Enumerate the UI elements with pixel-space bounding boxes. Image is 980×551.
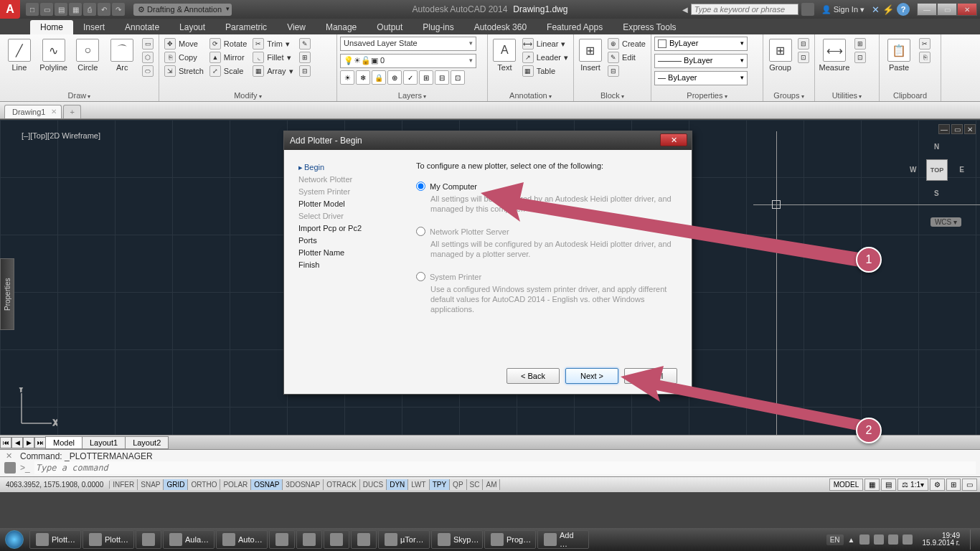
modify-extra2[interactable]: ⊞ bbox=[297, 51, 313, 64]
layer-tool5[interactable]: ✓ bbox=[403, 70, 418, 85]
radio-system-printer[interactable]: System Printer bbox=[416, 272, 677, 281]
fillet-button[interactable]: ◟Fillet▾ bbox=[250, 51, 295, 64]
tray-up-icon[interactable]: ▲ bbox=[848, 536, 855, 544]
polyline-button[interactable]: ∿Polyline bbox=[37, 36, 70, 72]
infocenter-icon[interactable] bbox=[801, 3, 814, 16]
layout-nav-prev[interactable]: ◀ bbox=[11, 437, 23, 448]
qat-redo-icon[interactable]: ↷ bbox=[112, 3, 125, 16]
annotation-scale[interactable]: ⚖ 1:1▾ bbox=[897, 479, 928, 491]
taskbar-item-10[interactable]: Skyp… bbox=[431, 530, 483, 549]
exchange-icon[interactable]: ✕ bbox=[872, 4, 880, 15]
layers-panel-title[interactable]: Layers bbox=[340, 90, 484, 101]
layer-combo[interactable]: 💡☀🔓▣ 0 bbox=[340, 54, 476, 68]
model-space-toggle[interactable]: MODEL bbox=[829, 479, 864, 491]
create-button[interactable]: ⊕Create bbox=[606, 37, 648, 50]
linetype-combo[interactable]: ——— ByLayer bbox=[654, 54, 748, 68]
toggle-lwt[interactable]: LWT bbox=[408, 479, 429, 490]
tray-power-icon[interactable] bbox=[903, 534, 913, 545]
cut-button[interactable]: ✂ bbox=[917, 37, 933, 50]
tray-flag-icon[interactable] bbox=[859, 534, 870, 545]
taskbar-item-4[interactable]: Auto… bbox=[216, 530, 268, 549]
viewport-maximize[interactable]: ▭ bbox=[951, 124, 963, 134]
language-indicator[interactable]: EN bbox=[826, 534, 844, 545]
tray-network-icon[interactable] bbox=[888, 534, 898, 545]
ungroup-button[interactable]: ⊟ bbox=[796, 37, 811, 50]
layer-tool3[interactable]: 🔒 bbox=[372, 70, 386, 85]
close-button[interactable]: ✕ bbox=[957, 3, 977, 16]
copy-clip-button[interactable]: ⎘ bbox=[917, 51, 933, 64]
cancel-button[interactable]: Cancel bbox=[624, 368, 677, 384]
viewcube-top[interactable]: TOP bbox=[926, 159, 948, 181]
toggle-snap[interactable]: SNAP bbox=[138, 479, 164, 490]
toggle-dyn[interactable]: DYN bbox=[387, 479, 408, 490]
toggle-polar[interactable]: POLAR bbox=[220, 479, 251, 490]
circle-button[interactable]: ○Circle bbox=[72, 36, 105, 72]
radio-my-computer-input[interactable] bbox=[416, 182, 425, 191]
layer-tool7[interactable]: ⊟ bbox=[435, 70, 449, 85]
status-icon5[interactable]: ▭ bbox=[962, 479, 977, 491]
copy-button[interactable]: ⎘Copy bbox=[162, 51, 206, 64]
minimize-button[interactable]: — bbox=[917, 3, 937, 16]
layer-tool1[interactable]: ☀ bbox=[340, 70, 354, 85]
doctab-close-icon[interactable]: ✕ bbox=[51, 108, 57, 116]
qat-saveas-icon[interactable]: ▦ bbox=[69, 3, 82, 16]
toggle-grid[interactable]: GRID bbox=[164, 479, 188, 490]
toggle-otrack[interactable]: OTRACK bbox=[324, 479, 360, 490]
coordinates[interactable]: 4063.3952, 1575.1908, 0.0000 bbox=[0, 481, 110, 489]
status-icon2[interactable]: ▤ bbox=[881, 479, 896, 491]
properties-palette-tab[interactable]: Properties bbox=[0, 258, 14, 330]
maximize-button[interactable]: ▭ bbox=[937, 3, 957, 16]
layout-nav-next[interactable]: ▶ bbox=[23, 437, 34, 448]
cmdline-close-icon[interactable]: ✕ bbox=[6, 451, 12, 461]
arc-button[interactable]: ⌒Arc bbox=[105, 36, 138, 72]
line-button[interactable]: ╱Line bbox=[3, 36, 36, 72]
start-button[interactable] bbox=[0, 528, 29, 551]
layer-tool2[interactable]: ❄ bbox=[356, 70, 370, 85]
title-nav-left-icon[interactable]: ◀ bbox=[682, 6, 688, 14]
layer-tool4[interactable]: ⊕ bbox=[387, 70, 402, 85]
taskbar-item-1[interactable]: Plott… bbox=[83, 530, 134, 549]
status-icon1[interactable]: ▦ bbox=[864, 479, 880, 491]
radio-network-input[interactable] bbox=[416, 227, 425, 236]
array-button[interactable]: ▦Array▾ bbox=[250, 65, 295, 77]
block-panel-title[interactable]: Block bbox=[577, 90, 648, 101]
linear-button[interactable]: ⟷Linear▾ bbox=[520, 37, 570, 50]
draw-extra1[interactable]: ▭ bbox=[140, 37, 156, 50]
taskbar-item-6[interactable] bbox=[296, 530, 322, 549]
group-edit-button[interactable]: ⊡ bbox=[796, 51, 811, 64]
toggle-am[interactable]: AM bbox=[483, 479, 500, 490]
workspace-switcher[interactable]: ⚙ Drafting & Annotation bbox=[133, 4, 232, 16]
doctab-new[interactable]: + bbox=[63, 105, 80, 118]
show-desktop-button[interactable] bbox=[970, 529, 977, 550]
toggle-sc[interactable]: SC bbox=[467, 479, 484, 490]
tab-insert[interactable]: Insert bbox=[73, 20, 115, 34]
doctab-drawing1[interactable]: Drawing1✕ bbox=[4, 105, 62, 118]
radio-system-input[interactable] bbox=[416, 272, 425, 281]
insert-button[interactable]: ⊞Insert bbox=[577, 36, 604, 72]
measure-button[interactable]: ⟷Measure bbox=[818, 36, 851, 72]
lineweight-combo[interactable]: — ByLayer bbox=[654, 71, 748, 85]
toggle-qp[interactable]: QP bbox=[450, 479, 466, 490]
tab-output[interactable]: Output bbox=[367, 20, 413, 34]
tab-annotate[interactable]: Annotate bbox=[115, 20, 169, 34]
draw-extra3[interactable]: ⬭ bbox=[140, 65, 156, 77]
radio-my-computer[interactable]: My Computer bbox=[416, 182, 677, 191]
draw-panel-title[interactable]: Draw bbox=[3, 90, 156, 101]
next-button[interactable]: Next > bbox=[565, 368, 618, 384]
tab-home[interactable]: Home bbox=[30, 20, 73, 34]
search-input[interactable] bbox=[691, 4, 798, 15]
toggle-ortho[interactable]: ORTHO bbox=[188, 479, 220, 490]
block-extra[interactable]: ⊟ bbox=[606, 65, 648, 77]
tray-volume-icon[interactable] bbox=[874, 534, 884, 545]
move-button[interactable]: ✥Move bbox=[162, 37, 206, 50]
taskbar-item-2[interactable] bbox=[136, 530, 161, 549]
table-button[interactable]: ▦Table bbox=[520, 65, 570, 77]
util-extra2[interactable]: ⊡ bbox=[852, 51, 868, 64]
qat-open-icon[interactable]: ▭ bbox=[40, 3, 53, 16]
taskbar-item-11[interactable]: Prog… bbox=[484, 530, 536, 549]
mirror-button[interactable]: ▲Mirror bbox=[207, 51, 249, 64]
draw-extra2[interactable]: ⬡ bbox=[140, 51, 156, 64]
help-icon[interactable]: ? bbox=[897, 3, 910, 16]
signin-button[interactable]: 👤 Sign In ▾ bbox=[817, 5, 869, 14]
modify-panel-title[interactable]: Modify bbox=[162, 90, 334, 101]
